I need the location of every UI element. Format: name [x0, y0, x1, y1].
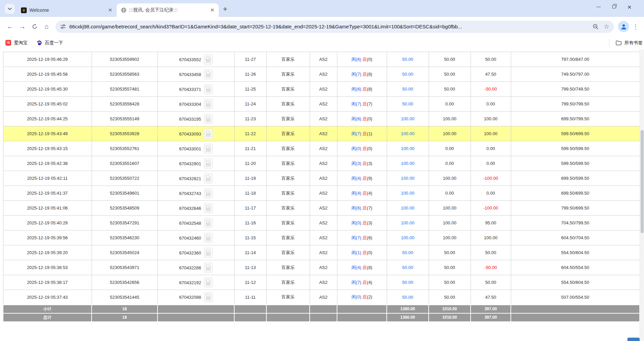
video-record-icon[interactable] — [204, 263, 213, 273]
game-name: 百家乐 — [266, 186, 310, 201]
video-record-icon[interactable] — [204, 129, 213, 139]
browser-menu-button[interactable]: ⋮ — [630, 23, 641, 30]
zoom-out-icon[interactable] — [590, 21, 601, 32]
bet-amount[interactable]: 50.00 — [387, 260, 429, 275]
bet-amount[interactable]: 50.00 — [387, 245, 429, 260]
valid-amount: 100.00 — [429, 171, 471, 186]
bet-amount[interactable]: 100.00 — [387, 126, 429, 141]
bet-amount[interactable]: 100.00 — [387, 186, 429, 201]
bet-detail: 闲(3) 庄(3) — [337, 156, 387, 171]
bet-detail: 闲(6) 庄(0) — [337, 112, 387, 126]
tab-welcome[interactable]: ♛ Welcome ✕ — [17, 3, 117, 17]
restore-button[interactable] — [606, 0, 622, 14]
pagination-button[interactable] — [627, 338, 640, 341]
game-name: 百家乐 — [266, 201, 310, 216]
video-record-icon[interactable] — [204, 69, 213, 79]
bet-detail: 闲(6) 庄(7) — [337, 201, 387, 216]
video-record-icon[interactable] — [204, 203, 213, 213]
bet-amount[interactable]: 100.00 — [387, 171, 429, 186]
bookmark-star-icon[interactable]: ☆ — [601, 21, 612, 32]
restore-icon — [612, 5, 616, 8]
video-record-icon[interactable] — [204, 188, 213, 198]
valid-amount: 100.00 — [429, 230, 471, 245]
video-record-icon[interactable] — [204, 173, 213, 184]
bet-amount[interactable]: 50.00 — [387, 290, 429, 305]
chevron-down-icon — [8, 7, 12, 10]
address-bar[interactable]: 66cxkj98.com/game/betrecord_search/kind3… — [55, 21, 614, 33]
bet-time: 2025-12-19 05:46:29 — [3, 52, 92, 67]
video-record-icon[interactable] — [204, 159, 213, 169]
url-text[interactable]: 66cxkj98.com/game/betrecord_search/kind3… — [69, 24, 590, 29]
game-number-cell: 670432088 — [158, 290, 234, 305]
video-record-icon[interactable] — [204, 218, 213, 228]
video-record-icon[interactable] — [204, 144, 213, 154]
reload-button[interactable] — [28, 21, 41, 33]
video-record-icon[interactable] — [204, 277, 213, 288]
all-bookmarks[interactable]: 所有书签 — [609, 39, 643, 47]
bet-number: 523053559902 — [92, 52, 158, 67]
bet-amount[interactable]: 50.00 — [387, 52, 429, 67]
home-button[interactable]: ⌂ — [41, 21, 53, 33]
close-button[interactable]: × — [622, 0, 637, 14]
divider — [609, 39, 610, 47]
video-record-icon[interactable] — [204, 233, 213, 243]
tab-betrecord[interactable]: :::视讯, 会员下注纪录::: ✕ — [117, 3, 219, 17]
tab-search-button[interactable] — [5, 4, 15, 14]
video-record-icon[interactable] — [204, 114, 213, 124]
bet-time: 2025-12-19 05:42:11 — [3, 171, 92, 186]
site-info-icon[interactable] — [60, 24, 66, 29]
win-loss: 0.00 — [471, 97, 511, 112]
win-loss: 0.00 — [471, 141, 511, 156]
tab-close-icon[interactable]: ✕ — [106, 6, 114, 14]
bet-amount[interactable]: 50.00 — [387, 97, 429, 112]
bet-amount[interactable]: 50.00 — [387, 82, 429, 97]
vertical-scrollbar[interactable] — [640, 49, 644, 341]
bet-amount[interactable]: 100.00 — [387, 156, 429, 171]
bookmark-taobao[interactable]: 淘 爱淘宝 — [5, 40, 28, 46]
table-code: AS2 — [310, 201, 337, 216]
taobao-icon: 淘 — [5, 40, 11, 46]
video-record-icon[interactable] — [204, 84, 213, 94]
bet-number: 523053557481 — [92, 82, 158, 97]
win-loss: 50.00 — [471, 52, 511, 67]
bet-detail: 闲(1) 庄(0) — [337, 245, 387, 260]
table-code: AS2 — [310, 230, 337, 245]
bet-amount[interactable]: 100.00 — [387, 141, 429, 156]
minimize-button[interactable] — [591, 0, 606, 14]
bet-time: 2025-12-19 05:41:37 — [3, 186, 92, 201]
balance: 554.50/604.50 — [511, 275, 640, 290]
scrollbar-thumb[interactable] — [641, 130, 644, 233]
bet-amount[interactable]: 50.00 — [387, 67, 429, 82]
tab-close-icon[interactable]: ✕ — [209, 6, 216, 14]
back-button[interactable]: ← — [4, 21, 16, 33]
video-record-icon[interactable] — [204, 54, 213, 65]
table-code: AS2 — [310, 97, 337, 112]
folder-icon — [616, 40, 622, 46]
bet-detail: 闲(4) 庄(9) — [337, 171, 387, 186]
bookmark-baidu[interactable]: 百度一下 — [37, 40, 63, 46]
video-record-icon[interactable] — [204, 99, 213, 109]
bookmark-label: 爱淘宝 — [14, 40, 28, 46]
bet-amount[interactable]: 100.00 — [387, 216, 429, 230]
win-loss: -50.00 — [471, 82, 511, 97]
bet-table-body: 2025-12-19 05:46:29523053559902670433552… — [3, 52, 640, 322]
bet-amount[interactable]: 100.00 — [387, 230, 429, 245]
bet-record-row: 2025-12-19 05:46:29523053559902670433552… — [3, 52, 640, 67]
new-tab-button[interactable]: + — [220, 3, 230, 15]
game-name: 百家乐 — [266, 171, 310, 186]
video-record-icon[interactable] — [204, 292, 213, 302]
tab-title: Welcome — [29, 7, 104, 13]
bet-number: 523053548509 — [92, 201, 158, 216]
bet-detail: 闲(6) 庄(8) — [337, 82, 387, 97]
bet-amount[interactable]: 50.00 — [387, 275, 429, 290]
win-loss: 100.00 — [471, 230, 511, 245]
forward-button[interactable]: → — [16, 21, 28, 33]
bet-amount[interactable]: 100.00 — [387, 112, 429, 126]
round-number: 11-27 — [234, 52, 266, 67]
bet-amount[interactable]: 100.00 — [387, 201, 429, 216]
profile-avatar[interactable] — [618, 21, 629, 32]
video-record-icon[interactable] — [204, 248, 213, 258]
game-number: 670432743 — [179, 191, 201, 196]
bet-time: 2025-12-19 05:37:43 — [3, 290, 92, 305]
game-name: 百家乐 — [266, 126, 310, 141]
